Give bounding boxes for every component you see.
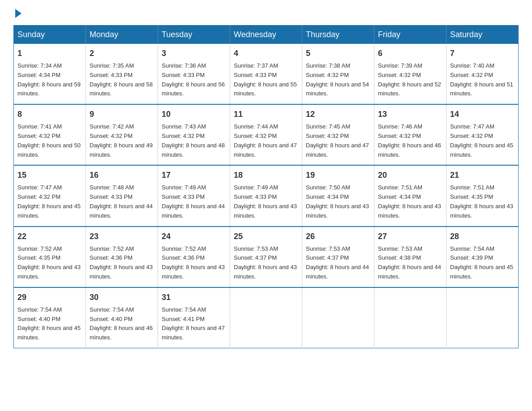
- calendar-cell: 2 Sunrise: 7:35 AM Sunset: 4:33 PM Dayli…: [86, 44, 158, 104]
- sunset-label: Sunset: 4:33 PM: [234, 72, 277, 78]
- daylight-label: Daylight: 8 hours and 44 minutes.: [306, 264, 369, 280]
- day-info: Sunrise: 7:40 AM Sunset: 4:32 PM Dayligh…: [450, 61, 515, 98]
- daylight-label: Daylight: 8 hours and 49 minutes.: [90, 142, 153, 158]
- calendar-cell: 23 Sunrise: 7:52 AM Sunset: 4:36 PM Dayl…: [86, 227, 158, 287]
- day-number: 14: [450, 108, 515, 120]
- calendar-cell: 25 Sunrise: 7:53 AM Sunset: 4:37 PM Dayl…: [230, 227, 302, 287]
- calendar-cell: 26 Sunrise: 7:53 AM Sunset: 4:37 PM Dayl…: [302, 227, 374, 287]
- daylight-label: Daylight: 8 hours and 44 minutes.: [162, 203, 225, 219]
- sunrise-label: Sunrise: 7:38 AM: [306, 62, 350, 69]
- calendar-cell: 17 Sunrise: 7:49 AM Sunset: 4:33 PM Dayl…: [158, 165, 230, 226]
- sunset-label: Sunset: 4:32 PM: [162, 133, 205, 139]
- sunrise-label: Sunrise: 7:35 AM: [90, 62, 134, 69]
- daylight-label: Daylight: 8 hours and 55 minutes.: [234, 81, 297, 97]
- calendar-week-row: 29 Sunrise: 7:54 AM Sunset: 4:40 PM Dayl…: [14, 287, 519, 348]
- sunset-label: Sunset: 4:32 PM: [450, 133, 493, 139]
- calendar-cell: 16 Sunrise: 7:48 AM Sunset: 4:33 PM Dayl…: [86, 165, 158, 226]
- day-info: Sunrise: 7:36 AM Sunset: 4:33 PM Dayligh…: [162, 61, 226, 98]
- day-number: 17: [162, 169, 226, 181]
- col-header-friday: Friday: [374, 26, 446, 44]
- sunrise-label: Sunrise: 7:52 AM: [17, 245, 62, 252]
- sunrise-label: Sunrise: 7:52 AM: [162, 245, 206, 252]
- daylight-label: Daylight: 8 hours and 58 minutes.: [90, 81, 153, 97]
- calendar-cell: 19 Sunrise: 7:50 AM Sunset: 4:34 PM Dayl…: [302, 165, 374, 226]
- sunset-label: Sunset: 4:34 PM: [17, 72, 60, 78]
- calendar-week-row: 15 Sunrise: 7:47 AM Sunset: 4:32 PM Dayl…: [14, 165, 519, 226]
- col-header-sunday: Sunday: [14, 26, 86, 44]
- calendar-cell: 5 Sunrise: 7:38 AM Sunset: 4:32 PM Dayli…: [302, 44, 374, 104]
- calendar-cell: 3 Sunrise: 7:36 AM Sunset: 4:33 PM Dayli…: [158, 44, 230, 104]
- day-info: Sunrise: 7:54 AM Sunset: 4:40 PM Dayligh…: [90, 305, 154, 342]
- day-number: 20: [378, 169, 442, 181]
- day-info: Sunrise: 7:52 AM Sunset: 4:35 PM Dayligh…: [17, 244, 82, 282]
- sunset-label: Sunset: 4:35 PM: [17, 254, 60, 261]
- col-header-tuesday: Tuesday: [158, 26, 230, 44]
- calendar-week-row: 22 Sunrise: 7:52 AM Sunset: 4:35 PM Dayl…: [14, 227, 519, 287]
- sunrise-label: Sunrise: 7:54 AM: [17, 306, 62, 313]
- daylight-label: Daylight: 8 hours and 43 minutes.: [234, 264, 297, 280]
- sunset-label: Sunset: 4:37 PM: [306, 254, 349, 261]
- sunset-label: Sunset: 4:34 PM: [306, 193, 349, 200]
- sunrise-label: Sunrise: 7:37 AM: [234, 62, 278, 69]
- day-number: 26: [306, 231, 370, 243]
- day-number: 1: [17, 47, 82, 60]
- sunrise-label: Sunrise: 7:36 AM: [162, 62, 206, 69]
- calendar-cell: [374, 287, 446, 348]
- sunrise-label: Sunrise: 7:44 AM: [234, 123, 278, 130]
- daylight-label: Daylight: 8 hours and 52 minutes.: [378, 81, 441, 97]
- day-info: Sunrise: 7:35 AM Sunset: 4:33 PM Dayligh…: [90, 61, 154, 98]
- day-info: Sunrise: 7:44 AM Sunset: 4:32 PM Dayligh…: [234, 122, 298, 159]
- calendar-cell: 12 Sunrise: 7:45 AM Sunset: 4:32 PM Dayl…: [302, 104, 374, 165]
- daylight-label: Daylight: 8 hours and 43 minutes.: [17, 264, 81, 280]
- daylight-label: Daylight: 8 hours and 47 minutes.: [306, 142, 369, 158]
- sunset-label: Sunset: 4:35 PM: [450, 193, 493, 200]
- sunrise-label: Sunrise: 7:51 AM: [378, 184, 422, 191]
- sunrise-label: Sunrise: 7:34 AM: [17, 62, 62, 69]
- day-info: Sunrise: 7:45 AM Sunset: 4:32 PM Dayligh…: [306, 122, 370, 159]
- sunrise-label: Sunrise: 7:41 AM: [17, 123, 62, 130]
- day-number: 28: [450, 231, 515, 243]
- sunset-label: Sunset: 4:32 PM: [378, 72, 421, 78]
- daylight-label: Daylight: 8 hours and 46 minutes.: [90, 325, 153, 341]
- sunset-label: Sunset: 4:32 PM: [90, 133, 133, 139]
- calendar-cell: 1 Sunrise: 7:34 AM Sunset: 4:34 PM Dayli…: [14, 44, 86, 104]
- day-number: 9: [90, 108, 154, 120]
- day-info: Sunrise: 7:48 AM Sunset: 4:33 PM Dayligh…: [90, 183, 154, 220]
- day-info: Sunrise: 7:49 AM Sunset: 4:33 PM Dayligh…: [162, 183, 226, 220]
- daylight-label: Daylight: 8 hours and 43 minutes.: [378, 203, 441, 219]
- daylight-label: Daylight: 8 hours and 46 minutes.: [378, 142, 441, 158]
- calendar-cell: 6 Sunrise: 7:39 AM Sunset: 4:32 PM Dayli…: [374, 44, 446, 104]
- sunset-label: Sunset: 4:37 PM: [234, 254, 277, 261]
- day-info: Sunrise: 7:51 AM Sunset: 4:34 PM Dayligh…: [378, 183, 442, 220]
- calendar-cell: 8 Sunrise: 7:41 AM Sunset: 4:32 PM Dayli…: [14, 104, 86, 165]
- calendar-header-row: SundayMondayTuesdayWednesdayThursdayFrid…: [14, 26, 519, 44]
- sunset-label: Sunset: 4:33 PM: [234, 193, 277, 200]
- day-number: 7: [450, 47, 515, 60]
- col-header-thursday: Thursday: [302, 26, 374, 44]
- calendar-cell: 13 Sunrise: 7:46 AM Sunset: 4:32 PM Dayl…: [374, 104, 446, 165]
- sunset-label: Sunset: 4:40 PM: [17, 316, 60, 322]
- day-number: 30: [90, 291, 154, 304]
- calendar-cell: 22 Sunrise: 7:52 AM Sunset: 4:35 PM Dayl…: [14, 227, 86, 287]
- daylight-label: Daylight: 8 hours and 50 minutes.: [17, 142, 81, 158]
- daylight-label: Daylight: 8 hours and 43 minutes.: [450, 203, 513, 219]
- calendar-cell: 15 Sunrise: 7:47 AM Sunset: 4:32 PM Dayl…: [14, 165, 86, 226]
- calendar-cell: 9 Sunrise: 7:42 AM Sunset: 4:32 PM Dayli…: [86, 104, 158, 165]
- calendar-table: SundayMondayTuesdayWednesdayThursdayFrid…: [13, 25, 519, 348]
- day-info: Sunrise: 7:50 AM Sunset: 4:34 PM Dayligh…: [306, 183, 370, 220]
- sunset-label: Sunset: 4:33 PM: [162, 193, 205, 200]
- sunset-label: Sunset: 4:32 PM: [17, 133, 60, 139]
- daylight-label: Daylight: 8 hours and 51 minutes.: [450, 81, 513, 97]
- day-info: Sunrise: 7:54 AM Sunset: 4:41 PM Dayligh…: [162, 305, 226, 342]
- daylight-label: Daylight: 8 hours and 44 minutes.: [90, 203, 153, 219]
- col-header-wednesday: Wednesday: [230, 26, 302, 44]
- daylight-label: Daylight: 8 hours and 56 minutes.: [162, 81, 225, 97]
- day-info: Sunrise: 7:53 AM Sunset: 4:37 PM Dayligh…: [306, 244, 370, 282]
- sunset-label: Sunset: 4:36 PM: [162, 254, 205, 261]
- calendar-week-row: 1 Sunrise: 7:34 AM Sunset: 4:34 PM Dayli…: [14, 44, 519, 104]
- sunrise-label: Sunrise: 7:53 AM: [378, 245, 422, 252]
- page-header: [13, 9, 519, 16]
- day-number: 23: [90, 231, 154, 243]
- day-info: Sunrise: 7:38 AM Sunset: 4:32 PM Dayligh…: [306, 61, 370, 98]
- day-number: 25: [234, 231, 298, 243]
